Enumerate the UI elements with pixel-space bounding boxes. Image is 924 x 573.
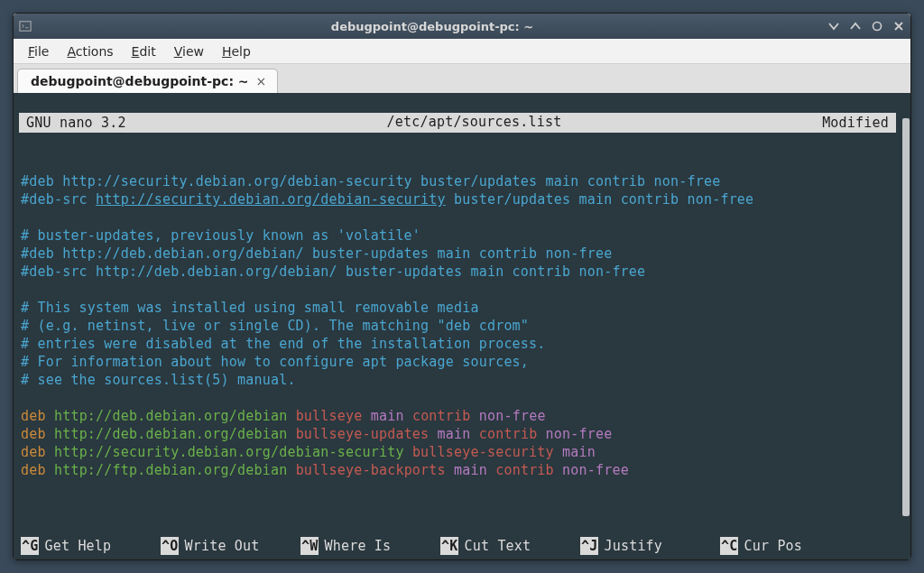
window-title: debugpoint@debugpoint-pc: ~ [37, 20, 827, 33]
line: #deb http://deb.debian.org/debian/ buste… [21, 245, 612, 262]
menu-help[interactable]: Help [215, 42, 258, 60]
tab-label: debugpoint@debugpoint-pc: ~ [31, 74, 249, 88]
shade-button[interactable] [849, 20, 862, 32]
shortcut-get-help: ^GGet Help [21, 537, 152, 555]
svg-point-1 [873, 23, 882, 31]
line: # entries were disabled at the end of th… [21, 336, 546, 352]
shortcut-write-out: ^OWrite Out [161, 537, 291, 555]
line: # (e.g. netinst, live or single CD). The… [21, 318, 529, 334]
menu-actions[interactable]: Actions [60, 42, 120, 60]
shortcut-cut-text: ^KCut Text [440, 537, 571, 555]
line: # buster-updates, previously known as 'v… [21, 227, 420, 244]
nano-header: GNU nano 3.2/etc/apt/sources.listModifie… [19, 113, 896, 133]
editor-buffer[interactable]: #deb http://security.debian.org/debian-s… [19, 151, 896, 501]
menu-view[interactable]: View [167, 42, 211, 60]
tabbar: debugpoint@debugpoint-pc: ~ × [14, 64, 910, 93]
line [21, 209, 29, 226]
scrollbar-thumb[interactable] [902, 118, 910, 516]
minimize-button[interactable] [827, 20, 840, 32]
close-button[interactable] [892, 20, 905, 32]
menubar: File Actions Edit View Help [14, 39, 910, 64]
line [21, 390, 29, 406]
titlebar: debugpoint@debugpoint-pc: ~ [14, 14, 910, 39]
terminal-body: GNU nano 3.2/etc/apt/sources.listModifie… [14, 93, 910, 559]
line [21, 282, 29, 298]
maximize-button[interactable] [871, 20, 883, 32]
shortcut-cur-pos: ^CCur Pos [720, 537, 851, 555]
menu-file[interactable]: File [21, 42, 56, 60]
nano-help-bar: ^GGet Help^OWrite Out^WWhere Is^KCut Tex… [19, 519, 896, 559]
line: deb http://ftp.debian.org/debian bullsey… [21, 462, 629, 478]
line: # see the sources.list(5) manual. [21, 372, 296, 388]
line: # For information about how to configure… [21, 354, 529, 370]
line [21, 480, 29, 496]
tab-close-icon[interactable]: × [256, 74, 267, 88]
nano-app-name: GNU nano 3.2 [24, 113, 128, 133]
help-row: ^GGet Help^OWrite Out^WWhere Is^KCut Tex… [21, 537, 894, 555]
line: deb http://security.debian.org/debian-se… [21, 444, 596, 460]
shortcut-justify: ^JJustify [580, 537, 711, 555]
window-controls [827, 20, 905, 32]
terminal-content[interactable]: GNU nano 3.2/etc/apt/sources.listModifie… [14, 93, 901, 559]
app-icon [19, 20, 32, 32]
menu-edit[interactable]: Edit [125, 42, 163, 60]
scrollbar[interactable] [901, 93, 910, 559]
nano-file-path: /etc/apt/sources.list [128, 113, 820, 133]
line: deb http://deb.debian.org/debian bullsey… [21, 426, 612, 442]
svg-rect-0 [20, 22, 31, 32]
tab-terminal[interactable]: debugpoint@debugpoint-pc: ~ × [17, 69, 278, 93]
shortcut-where-is: ^WWhere Is [300, 537, 431, 555]
line: deb http://deb.debian.org/debian bullsey… [21, 408, 546, 424]
line: #deb-src http://deb.debian.org/debian/ b… [21, 263, 645, 280]
nano-modified-flag: Modified [820, 113, 891, 133]
line: # This system was installed using small … [21, 300, 479, 316]
line: #deb-src http://security.debian.org/debi… [21, 191, 753, 208]
terminal-window: debugpoint@debugpoint-pc: ~ File Actions… [13, 13, 911, 560]
line: #deb http://security.debian.org/debian-s… [21, 173, 720, 189]
